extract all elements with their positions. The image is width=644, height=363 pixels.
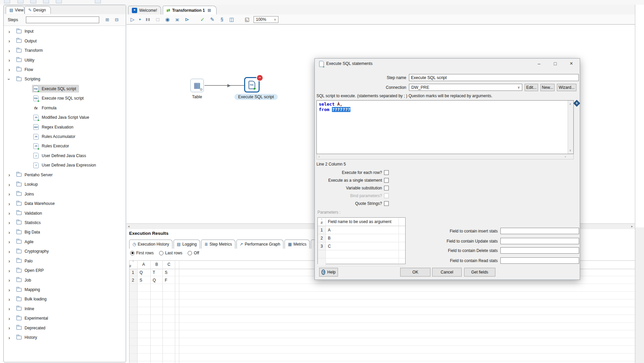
tree-item[interactable]: Bulk loading <box>4 294 126 304</box>
wizard-connection-button[interactable]: Wizard... <box>557 84 576 91</box>
checkbox-icon[interactable] <box>384 186 389 190</box>
cancel-button[interactable]: Cancel <box>432 268 462 277</box>
tree-item[interactable]: Experimental <box>4 314 126 323</box>
chevron-icon[interactable] <box>8 182 15 187</box>
tree-item-inner[interactable]: SQL Execute row SQL script <box>32 95 87 102</box>
impact-analysis-icon[interactable]: ✎ <box>209 16 216 23</box>
tree-item[interactable]: Cryptography <box>4 247 126 256</box>
connection-select[interactable]: DW_PRE ∨ <box>409 84 522 91</box>
tree-item-inner[interactable]: Palo <box>15 258 36 264</box>
tree-item-inner[interactable]: JS Rules Accumulator <box>32 133 78 141</box>
tree-item[interactable]: Lookup <box>4 180 126 189</box>
tree-item-inner[interactable]: Lookup <box>15 181 41 188</box>
new-connection-button[interactable]: New... <box>540 84 555 91</box>
tree-item[interactable]: Output <box>4 36 126 45</box>
tree-item-inner[interactable]: JS Modified Java Script Value <box>32 114 92 121</box>
chevron-icon[interactable] <box>8 249 15 254</box>
chevron-icon[interactable] <box>8 296 15 302</box>
tree-item[interactable]: JS Rules Executor <box>4 141 126 151</box>
tree-item-inner[interactable]: Experimental <box>15 315 51 322</box>
chevron-icon[interactable] <box>8 325 15 331</box>
checkbox-row-variable-substitution[interactable]: Variable substitution <box>315 185 389 191</box>
tab-design[interactable]: ✎ Design <box>25 6 51 14</box>
tree-item[interactable]: Statistics <box>4 218 126 227</box>
chevron-icon[interactable] <box>8 220 15 225</box>
maximize-button[interactable]: □ <box>550 60 560 67</box>
tree-view-icon[interactable]: ⊞ <box>104 17 111 23</box>
tree-item-inner[interactable]: J User Defined Java Class <box>32 152 89 159</box>
checkbox-row-single-statement[interactable]: Execute as a single statement <box>315 178 389 183</box>
tree-item-inner[interactable]: Transform <box>15 47 46 54</box>
toolbar-icon-partial[interactable] <box>43 0 49 3</box>
generate-sql-icon[interactable]: § <box>219 16 225 22</box>
tree-item-inner[interactable]: fx Formula <box>32 104 60 112</box>
run-options-dropdown-icon[interactable]: ▾ <box>138 17 142 21</box>
tree-item[interactable]: J User Defined Java Class <box>4 151 126 160</box>
tree-item-inner[interactable]: SQL Execute SQL script <box>32 85 79 93</box>
tree-item-inner[interactable]: Output <box>15 38 40 44</box>
tree-item-inner[interactable]: Agile <box>15 239 37 245</box>
preview-icon[interactable]: ◉ <box>164 16 171 23</box>
tab-transformation[interactable]: ⇄ Transformation 1 ⊠ <box>163 6 217 14</box>
chevron-icon[interactable] <box>8 316 15 321</box>
tree-item[interactable]: History <box>4 333 126 342</box>
chevron-icon[interactable] <box>8 210 15 216</box>
tree-item-inner[interactable]: Big Data <box>15 229 43 235</box>
step-name-input[interactable] <box>409 74 579 81</box>
tree-item-inner[interactable]: Input <box>15 28 37 35</box>
stop-icon[interactable]: □ <box>154 16 161 22</box>
tree-item[interactable]: Job <box>4 275 126 285</box>
chevron-icon[interactable] <box>8 48 15 53</box>
tree-item-inner[interactable]: Inline <box>15 305 37 312</box>
chevron-icon[interactable] <box>8 229 15 235</box>
explore-database-icon[interactable]: ◫ <box>228 16 235 23</box>
parameters-field-header[interactable]: Field name to be used as argument <box>326 218 399 226</box>
tab-execution-history[interactable]: ◷ Execution History <box>129 240 173 249</box>
tree-item[interactable]: Input <box>4 27 126 36</box>
tree-item[interactable]: Mapping <box>4 285 126 294</box>
chevron-icon[interactable] <box>8 172 15 178</box>
tree-item-inner[interactable]: Job <box>15 277 34 284</box>
chevron-icon[interactable] <box>8 239 15 245</box>
tree-item[interactable]: SQL Execute SQL script <box>4 84 126 94</box>
tree-item[interactable]: Scripting <box>4 74 126 84</box>
tab-performance-graph[interactable]: ↗ Performance Graph <box>236 240 283 249</box>
tree-item[interactable]: Palo <box>4 256 126 266</box>
help-button[interactable]: ? Help <box>319 268 338 277</box>
sql-editor[interactable]: select À, from ??????? ∧ ∨ <box>316 100 574 154</box>
tree-item[interactable]: Deprecated <box>4 323 126 333</box>
toolbar-icon-partial[interactable] <box>30 0 36 3</box>
tree-item[interactable]: Pentaho Server <box>4 170 126 180</box>
toolbar-icon-partial[interactable] <box>17 0 24 3</box>
toolbar-icon-partial[interactable] <box>4 0 10 3</box>
tree-item-inner[interactable]: Deprecated <box>15 325 48 331</box>
scroll-up-icon[interactable]: ∧ <box>569 101 571 107</box>
steps-search-input[interactable] <box>26 16 99 23</box>
tree-item-inner[interactable]: Mapping <box>15 286 43 293</box>
checkbox-row-quote-strings[interactable]: Quote Strings? <box>315 201 389 206</box>
tree-item[interactable]: Agile <box>4 237 126 247</box>
toolbar-icon-partial[interactable] <box>56 0 62 3</box>
tree-item[interactable]: J User Defined Java Expression <box>4 160 126 170</box>
update-stats-input[interactable] <box>500 238 579 244</box>
scroll-left-icon[interactable]: ◂ <box>128 224 129 228</box>
pause-icon[interactable]: ▮▮ <box>145 17 151 22</box>
checkbox-row-execute-each-row[interactable]: Execute for each row? <box>315 170 389 175</box>
tree-item[interactable]: Data Warehouse <box>4 199 126 208</box>
tree-item-inner[interactable]: Pentaho Server <box>15 172 55 178</box>
chevron-icon[interactable] <box>8 38 15 44</box>
get-fields-button[interactable]: Get fields <box>464 268 495 277</box>
tree-item[interactable]: Big Data <box>4 227 126 237</box>
chevron-icon[interactable] <box>8 306 15 312</box>
chevron-icon[interactable] <box>8 258 15 264</box>
chevron-icon[interactable] <box>8 201 15 207</box>
chevron-icon[interactable] <box>8 191 15 197</box>
tab-close-icon[interactable]: ⊠ <box>207 8 211 13</box>
grid-header-col-b[interactable]: B <box>153 261 158 267</box>
run-icon[interactable]: ▷ <box>130 16 135 23</box>
tree-item-inner[interactable]: J User Defined Java Expression <box>32 161 99 169</box>
tab-welcome[interactable]: * Welcome! <box>128 6 161 14</box>
chevron-icon[interactable] <box>8 67 15 72</box>
debug-icon[interactable]: ж <box>174 16 181 22</box>
tree-item-inner[interactable]: Open ERP <box>15 267 47 274</box>
